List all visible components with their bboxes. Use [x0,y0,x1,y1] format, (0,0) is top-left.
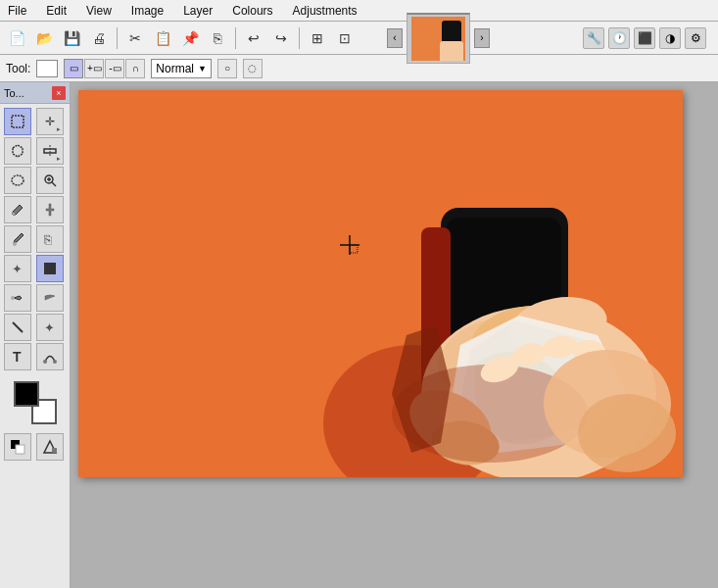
svg-point-18 [53,360,57,364]
menu-view[interactable]: View [82,2,116,20]
artwork-svg [78,90,683,477]
toolbar-top: 📄 📂 💾 🖨 ✂ 📋 📌 ⎘ ↩ ↪ ⊞ ⊡ ‹ › 🔧 🕐 ⬛ ◑ ⚙ [0,22,718,55]
open-button[interactable]: 📂 [31,25,57,51]
new-button[interactable]: 📄 [4,25,29,51]
cut-button[interactable]: ✂ [122,25,148,51]
dropdown-arrow: ▼ [198,64,207,74]
svg-point-42 [578,394,676,472]
svg-text:✦: ✦ [12,262,23,276]
menu-layer[interactable]: Layer [179,2,216,20]
antialias-icon[interactable]: ◌ [243,59,263,78]
paste-button[interactable]: 📌 [177,25,203,51]
canvas-area [71,82,718,588]
tool-size-box[interactable] [36,60,58,77]
shape-tools [0,429,70,465]
toolbox-title: To... [4,87,24,99]
smudge-tool[interactable] [36,284,64,312]
copy-button[interactable]: 📋 [150,25,175,51]
tab-icons-right: 🔧 🕐 ⬛ ◑ ⚙ [583,27,706,49]
print-button[interactable]: 🖨 [86,25,112,51]
tool-grid: ✛ ▸ ▸ [0,104,70,374]
tab-icon-clock[interactable]: 🕐 [608,27,630,49]
toolbox-header: To... × [0,82,70,104]
shape-tool[interactable] [36,433,64,461]
svg-rect-12 [44,263,56,274]
menu-file[interactable]: File [4,2,30,20]
workspace: To... × ✛ ▸ ▸ [0,82,718,588]
redo-button[interactable]: ↪ [268,25,294,51]
move-tool[interactable]: ✛ ▸ [36,108,64,135]
pencil-tool[interactable] [4,196,31,223]
svg-rect-22 [52,448,57,453]
toolbox-close-button[interactable]: × [52,86,66,100]
zoom-tool[interactable] [36,167,64,194]
svg-text:✛: ✛ [45,115,55,128]
canvas-container [78,90,683,477]
svg-point-17 [43,360,47,364]
tab-active-image[interactable] [407,13,470,64]
separator-2 [235,27,236,49]
text-tool[interactable]: T [4,343,31,370]
menu-edit[interactable]: Edit [42,2,71,20]
rect-select-tool[interactable] [4,108,31,135]
color-reset-button[interactable] [4,433,31,461]
separator-3 [299,27,300,49]
mode-replace[interactable]: ▭ [64,59,83,78]
foreground-color-swatch[interactable] [14,381,39,407]
pan-tool[interactable] [36,196,64,223]
menu-colours[interactable]: Colours [228,2,276,20]
tab-icon-layers[interactable]: ⬛ [634,27,655,49]
mode-add[interactable]: +▭ [84,59,104,78]
free-select-tool[interactable] [4,137,31,165]
save-button[interactable]: 💾 [59,25,84,51]
canvas-image[interactable] [78,90,683,477]
svg-rect-20 [16,445,24,454]
svg-line-14 [13,322,23,332]
clone-button[interactable]: ⎘ [205,25,230,51]
feather-icon[interactable]: ○ [217,59,237,78]
svg-line-6 [52,182,56,186]
svg-text:✦: ✦ [44,320,55,335]
ellipse-select-tool[interactable] [4,167,31,194]
separator-1 [117,27,118,49]
path-tool[interactable] [36,343,64,370]
undo-button[interactable]: ↩ [241,25,266,51]
tab-bar: ‹ › 🔧 🕐 ⬛ ◑ ⚙ [379,9,714,68]
svg-point-9 [13,242,17,246]
mode-intersect[interactable]: ∩ [125,59,145,78]
mode-label: Normal [156,62,194,75]
svg-rect-0 [12,116,24,127]
selection-mode-icons: ▭ +▭ -▭ ∩ [64,59,145,78]
blend-mode-select[interactable]: Normal ▼ [151,59,212,78]
perspective-tool[interactable]: ✦ [36,314,64,341]
tab-icon-channels[interactable]: ◑ [659,27,681,49]
dodge-tool[interactable] [4,314,31,341]
tab-nav-right[interactable]: › [474,28,490,48]
tab-icon-wrench[interactable]: 🔧 [583,27,604,49]
menu-image[interactable]: Image [127,2,168,20]
tool-label: Tool: [6,62,30,75]
svg-text:T: T [13,349,22,365]
clone-stamp-tool[interactable]: ⎘ [36,225,64,253]
mode-subtract[interactable]: -▭ [105,59,124,78]
paint-brush-tool[interactable] [4,225,31,253]
airbrush-tool[interactable] [4,284,31,312]
tab-nav-left[interactable]: ‹ [387,28,403,48]
zoom-fit-button[interactable]: ⊡ [332,25,358,51]
thumb-hand [440,41,463,61]
foreground-select-tool[interactable] [36,255,64,282]
svg-point-13 [11,296,15,300]
tab-icon-settings[interactable]: ⚙ [685,27,706,49]
grid-button[interactable]: ⊞ [305,25,330,51]
toolbox-panel: To... × ✛ ▸ ▸ [0,82,71,588]
tab-thumbnail [411,17,465,61]
color-area [0,378,70,427]
svg-text:⎘: ⎘ [44,232,52,247]
align-tool[interactable]: ▸ [36,137,64,165]
svg-point-4 [12,175,24,185]
heal-tool[interactable]: ✦ [4,255,31,282]
menu-adjustments[interactable]: Adjustments [289,2,361,20]
